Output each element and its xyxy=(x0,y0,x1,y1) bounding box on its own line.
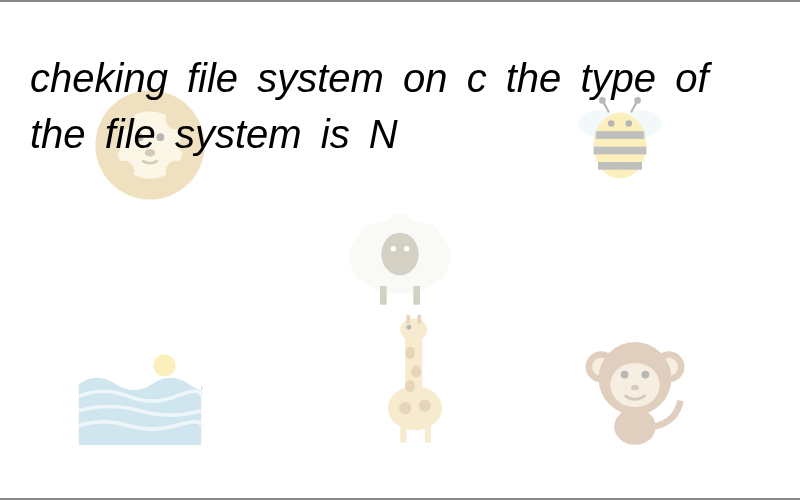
svg-point-18 xyxy=(391,246,396,251)
svg-point-57 xyxy=(614,408,656,444)
svg-rect-20 xyxy=(380,286,387,305)
svg-rect-40 xyxy=(417,315,421,324)
top-border xyxy=(0,0,800,2)
svg-point-14 xyxy=(413,223,440,250)
svg-point-42 xyxy=(411,365,421,377)
svg-rect-39 xyxy=(406,315,410,324)
svg-point-54 xyxy=(621,371,629,379)
svg-rect-46 xyxy=(400,425,406,442)
svg-point-9 xyxy=(114,161,135,182)
sea-decoration xyxy=(75,335,205,445)
svg-point-19 xyxy=(404,246,409,251)
svg-point-10 xyxy=(166,161,187,182)
svg-point-56 xyxy=(631,385,639,390)
question-text: cheking file system on c the type of the… xyxy=(30,50,770,162)
svg-point-12 xyxy=(360,223,387,250)
svg-point-38 xyxy=(406,325,411,330)
giraffe-decoration xyxy=(360,310,470,445)
svg-point-44 xyxy=(399,402,411,414)
svg-point-43 xyxy=(405,380,415,392)
svg-rect-47 xyxy=(425,425,431,442)
content-area: cheking file system on c the type of the… xyxy=(0,0,800,500)
sheep-decoration xyxy=(330,190,470,310)
svg-point-55 xyxy=(642,371,650,379)
svg-rect-21 xyxy=(413,286,420,305)
svg-point-17 xyxy=(381,233,418,276)
svg-point-37 xyxy=(400,319,427,341)
svg-rect-27 xyxy=(598,162,642,170)
svg-point-16 xyxy=(420,250,447,277)
monkey-decoration xyxy=(570,320,700,450)
svg-point-41 xyxy=(405,347,415,359)
svg-point-15 xyxy=(353,250,380,277)
svg-point-45 xyxy=(419,400,431,412)
svg-point-34 xyxy=(153,355,175,377)
